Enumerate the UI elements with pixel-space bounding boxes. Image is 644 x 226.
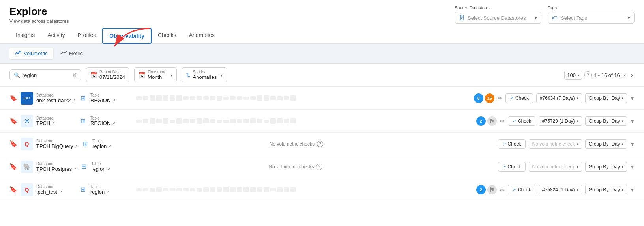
tab-observability[interactable]: Observability	[102, 28, 152, 44]
help-icon: ?	[584, 71, 592, 78]
spark-cell	[264, 120, 269, 123]
datastore-name: tpch_test ↗	[36, 189, 76, 195]
check-button[interactable]: ↗ Check	[498, 162, 526, 172]
external-link-icon[interactable]: ↗	[108, 144, 111, 148]
source-datastores-label: Source Datastores	[455, 6, 541, 10]
spark-cell	[270, 188, 276, 191]
spark-cell	[237, 119, 242, 123]
row-expand-icon[interactable]: ▾	[630, 94, 635, 102]
check-id-select[interactable]: #76934 (7 Days) ▾	[536, 93, 582, 103]
external-link-icon[interactable]: ↗	[59, 190, 62, 194]
tab-activity[interactable]: Activity	[41, 28, 71, 44]
spark-cell	[176, 118, 182, 124]
nav-tabs: Insights Activity Profiles Observability…	[0, 28, 644, 44]
subtab-metric[interactable]: Metric	[55, 48, 88, 59]
bookmark-icon[interactable]: 🔖	[9, 140, 17, 148]
source-datastores-select[interactable]: 🗄 Select Source Datastores ▾	[455, 12, 541, 24]
table-name: REGION ↗	[90, 120, 130, 126]
external-link-icon[interactable]: ↗	[112, 98, 115, 103]
bookmark-icon[interactable]: 🔖	[9, 117, 17, 125]
group-by-select[interactable]: Group By Day ▾	[585, 185, 627, 194]
table-row: 🔖 🐘 Datastore TPCH Postgres ↗ ⊞ Table re…	[0, 155, 644, 178]
external-link-icon[interactable]: ↗	[73, 167, 77, 171]
check-button[interactable]: ↗ Check	[508, 185, 535, 194]
datastore-info: Datastore TPCH BigQuery ↗	[36, 139, 78, 149]
next-page-button[interactable]: ›	[629, 71, 635, 79]
database-icon: 🗄	[459, 15, 464, 21]
external-link-icon[interactable]: ↗	[72, 98, 75, 103]
badge-anomalies: 8	[474, 93, 483, 103]
spark-cell	[136, 120, 142, 123]
group-by-select[interactable]: Group By Day ▾	[585, 116, 627, 126]
bookmark-icon[interactable]: 🔖	[9, 163, 17, 170]
datastore-icon: ✳	[21, 115, 33, 127]
group-by-select[interactable]: Group By Day ▾	[585, 139, 627, 149]
search-input[interactable]	[22, 72, 70, 78]
table-info: Table REGION ↗	[90, 93, 130, 103]
spark-cell	[264, 95, 269, 101]
spark-cell	[197, 96, 202, 100]
group-by-select[interactable]: Group By Day ▾	[585, 93, 627, 103]
spark-cell	[270, 118, 276, 124]
external-link-icon[interactable]: ↗	[75, 144, 78, 148]
external-link-icon[interactable]: ↗	[106, 190, 109, 194]
check-icon: ↗	[512, 118, 516, 124]
spark-cell	[190, 96, 195, 100]
group-by-select[interactable]: Group By Day ▾	[585, 162, 627, 172]
table-label: Table	[90, 93, 130, 97]
search-box[interactable]: 🔍 ✕	[9, 69, 81, 80]
edit-icon[interactable]: ✏	[500, 118, 505, 124]
report-date-field[interactable]: 📅 Report Date 07/11/2024	[86, 67, 129, 82]
search-icon: 🔍	[14, 72, 20, 78]
spark-cell	[197, 118, 202, 124]
spark-cell	[197, 188, 202, 192]
check-icon: ↗	[510, 95, 514, 101]
tab-checks[interactable]: Checks	[152, 28, 183, 44]
clear-icon[interactable]: ✕	[72, 72, 77, 78]
bookmark-icon[interactable]: 🔖	[9, 186, 17, 193]
row-expand-icon[interactable]: ▾	[630, 186, 635, 194]
sort-icon: ⇅	[186, 72, 191, 78]
check-button[interactable]: ↗ Check	[508, 116, 535, 126]
edit-icon[interactable]: ✏	[500, 187, 505, 193]
calendar-icon-2: 📅	[139, 72, 145, 78]
tags-select[interactable]: 🏷 Select Tags ▾	[548, 12, 635, 24]
row-expand-icon[interactable]: ▾	[630, 163, 635, 171]
external-link-icon[interactable]: ↗	[107, 167, 110, 171]
external-link-icon[interactable]: ↗	[112, 121, 115, 125]
row-expand-icon[interactable]: ▾	[630, 140, 635, 148]
datastore-label: Datastore	[36, 139, 78, 143]
table-info: Table region ↗	[92, 139, 132, 149]
sort-by-field[interactable]: ⇅ Sort by Anomalies ▾	[182, 67, 227, 82]
prev-page-button[interactable]: ‹	[622, 71, 627, 79]
spark-cell	[210, 187, 215, 192]
page-size-select[interactable]: 100 ▾	[564, 71, 582, 80]
edit-icon[interactable]: ✏	[498, 95, 502, 101]
check-id-select[interactable]: No volumetric check ▾	[529, 139, 582, 149]
check-id-select[interactable]: #75729 (1 Day) ▾	[539, 116, 582, 126]
external-link-icon[interactable]: ↗	[52, 121, 55, 125]
spark-cell	[163, 188, 168, 191]
check-icon: ↗	[502, 164, 506, 170]
check-id-select[interactable]: No volumetric check ▾	[529, 162, 582, 172]
toolbar: 🔍 ✕ 📅 Report Date 07/11/2024 📅 Timeframe…	[0, 64, 644, 87]
check-button[interactable]: ↗ Check	[498, 139, 526, 149]
subtab-volumetric[interactable]: Volumetric	[9, 48, 53, 59]
bookmark-icon[interactable]: 🔖	[9, 94, 17, 102]
spark-cell	[257, 187, 262, 192]
timeframe-field[interactable]: 📅 Timeframe Month ▾	[134, 67, 176, 82]
tab-anomalies[interactable]: Anomalies	[183, 28, 221, 44]
check-button[interactable]: ↗ Check	[505, 93, 533, 103]
tab-profiles[interactable]: Profiles	[71, 28, 103, 44]
row-expand-icon[interactable]: ▾	[630, 117, 635, 125]
table-label: Table	[91, 162, 131, 166]
badge-secondary: ⚑	[487, 116, 497, 126]
check-id-select[interactable]: #75824 (1 Day) ▾	[539, 185, 582, 194]
check-button-label: Check	[508, 164, 521, 170]
table-row: 🔖 IBM Datastore db2-testt-dark2 ↗ ⊞ Tabl…	[0, 87, 644, 110]
spark-cell	[150, 95, 155, 101]
check-id-value: No volumetric check	[532, 164, 575, 170]
datastore-icon: Q	[21, 183, 33, 196]
spark-cell	[243, 119, 249, 123]
tab-insights[interactable]: Insights	[9, 28, 41, 44]
